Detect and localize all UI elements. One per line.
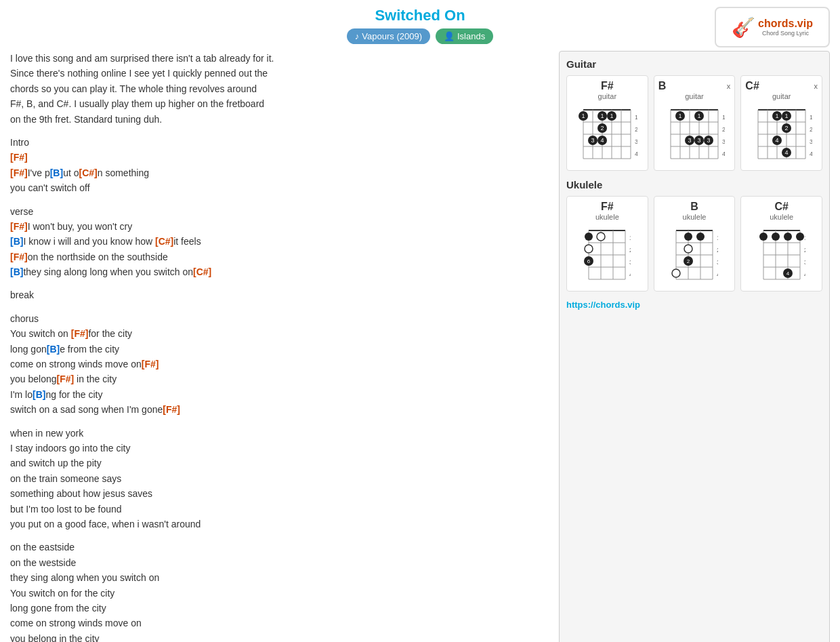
chord-b-v2[interactable]: [B]: [10, 236, 23, 247]
uke-csharp-type: ukulele: [745, 213, 818, 221]
svg-text:1: 1: [610, 113, 614, 119]
guitar-b-box: B x guitar 1fr 2fr: [654, 75, 736, 171]
uke-fsharp-diagram: 1fr 2fr 3fr 4fr 6: [583, 224, 631, 285]
svg-point-127: [759, 233, 768, 241]
uke-csharp-diagram: 1fr 2fr 3fr 4fr 4: [758, 224, 805, 285]
site-logo[interactable]: 🎸 chords.vip Chord Song Lyric: [715, 7, 830, 47]
svg-text:2: 2: [601, 125, 604, 132]
intro-desc-2: Since there's nothing online I see yet I…: [10, 66, 545, 81]
bridge-line-7: you belong in the city: [10, 631, 545, 642]
guitar-b-mute: x: [727, 82, 731, 90]
svg-point-110: [684, 245, 692, 253]
svg-text:1: 1: [582, 113, 585, 119]
svg-text:4fr: 4fr: [629, 271, 631, 278]
svg-text:3fr: 3fr: [635, 138, 637, 145]
chord-fsharp-c3[interactable]: [F#]: [142, 359, 159, 369]
guitar-csharp-mute: x: [814, 82, 818, 90]
section-intro-label: Intro: [10, 135, 545, 150]
svg-text:3fr: 3fr: [629, 259, 631, 266]
svg-point-91: [597, 233, 605, 241]
uke-b-box: B ukulele 1fr 2fr 3fr 4fr: [654, 196, 736, 292]
verse2-line-3: and switch up the pity: [10, 456, 545, 470]
svg-point-130: [796, 233, 804, 241]
verse2-line-2: I stay indoors go into the city: [10, 441, 545, 456]
chorus-line-3: come on strong winds move on[F#]: [10, 357, 545, 372]
album-tag[interactable]: ♪ Vapours (2009): [347, 28, 430, 44]
music-icon: ♪: [355, 31, 360, 41]
chorus-line-6: switch on a sad song when I'm gone[F#]: [10, 402, 545, 417]
svg-text:4: 4: [786, 270, 789, 277]
guitar-icon: 🎸: [732, 16, 755, 39]
verse-line-1: [F#]I won't buy, you won't cry: [10, 219, 545, 234]
chord-fsharp-v1[interactable]: [F#]: [10, 221, 28, 232]
verse2-line-4: on the train someone says: [10, 471, 545, 486]
svg-text:1: 1: [775, 113, 778, 119]
svg-point-109: [696, 233, 705, 241]
chord-csharp-v4[interactable]: [C#]: [193, 266, 211, 277]
chorus-line-5: I'm lo[B]ng for the city: [10, 387, 545, 402]
svg-text:2: 2: [687, 258, 690, 264]
verse2-line-7: you put on a good face, when i wasn't ar…: [10, 517, 545, 531]
tag-row: ♪ Vapours (2009) 👤 Islands: [10, 28, 830, 44]
chord-csharp-n[interactable]: [C#]: [79, 167, 98, 178]
svg-point-92: [585, 245, 593, 253]
bridge-line-6: come on strong winds move on: [10, 616, 545, 630]
section-verse-label: verse: [10, 204, 545, 219]
chord-panel-url[interactable]: https://chords.vip: [566, 300, 822, 310]
section-break-label: break: [10, 287, 545, 302]
verse2-line-6: but I'm too lost to be found: [10, 502, 545, 517]
uke-fsharp-type: ukulele: [571, 213, 644, 221]
chord-b-c2[interactable]: [B]: [47, 344, 60, 355]
guitar-fsharp-box: F# guitar 1fr: [566, 75, 648, 171]
ukulele-label: Ukulele: [566, 179, 822, 190]
svg-text:1: 1: [601, 113, 604, 119]
chord-fsharp-intro[interactable]: [F#]: [10, 152, 28, 163]
uke-fsharp-name: F#: [571, 201, 644, 213]
guitar-fsharp-name: F#: [571, 80, 644, 92]
uke-b-diagram: 1fr 2fr 3fr 4fr 2: [671, 224, 718, 285]
svg-text:2fr: 2fr: [717, 247, 718, 254]
svg-text:1: 1: [678, 113, 681, 119]
svg-point-128: [772, 233, 780, 241]
chord-fsharp-ive[interactable]: [F#]: [10, 167, 28, 178]
guitar-csharp-box: C# x guitar 1fr 2fr: [740, 75, 822, 171]
svg-text:3fr: 3fr: [804, 259, 805, 266]
logo-tagline: Chord Song Lyric: [758, 30, 813, 37]
svg-text:1fr: 1fr: [629, 235, 631, 241]
intro-desc-1: I love this song and am surprised there …: [10, 51, 545, 66]
chord-panel: Guitar F# guitar: [559, 51, 830, 642]
bridge-line-2: on the westside: [10, 555, 545, 570]
svg-text:3: 3: [688, 137, 691, 144]
svg-text:1fr: 1fr: [635, 114, 637, 121]
chorus-line-2: long gon[B]e from the city: [10, 342, 545, 357]
main-layout: I love this song and am surprised there …: [10, 51, 830, 642]
chord-fsharp-c4[interactable]: [F#]: [57, 374, 75, 384]
svg-text:4fr: 4fr: [635, 151, 637, 157]
chord-fsharp-v3[interactable]: [F#]: [10, 252, 28, 262]
chorus-line-1: You switch on [F#]for the city: [10, 326, 545, 341]
chord-fsharp-c6[interactable]: [F#]: [163, 404, 180, 415]
chord-csharp-v2[interactable]: [C#]: [155, 236, 173, 247]
verse2-line-5: something about how jesus saves: [10, 486, 545, 501]
guitar-fsharp-type: guitar: [571, 92, 644, 100]
lyrics-column: I love this song and am surprised there …: [10, 51, 545, 642]
verse2-line-1: when in new york: [10, 426, 545, 441]
svg-text:1: 1: [697, 113, 700, 119]
svg-point-129: [784, 233, 792, 241]
svg-text:1fr: 1fr: [804, 235, 805, 241]
svg-text:2fr: 2fr: [635, 126, 637, 133]
chord-b-c5[interactable]: [B]: [33, 389, 45, 400]
svg-text:1fr: 1fr: [810, 114, 812, 121]
intro-line-1: [F#]: [10, 150, 545, 165]
chord-fsharp-c1[interactable]: [F#]: [71, 328, 89, 339]
verse-line-2: [B]I know i will and you know how [C#]it…: [10, 234, 545, 249]
chord-b-ut[interactable]: [B]: [50, 167, 63, 178]
song-title: Switched On: [10, 7, 830, 24]
svg-text:4: 4: [601, 137, 604, 144]
svg-text:4fr: 4fr: [717, 271, 718, 278]
guitar-b-diagram: 1fr 2fr 3fr 4fr 1 1 3 3: [664, 103, 725, 164]
chord-b-v4[interactable]: [B]: [10, 266, 23, 277]
chorus-line-4: you belong[F#] in the city: [10, 372, 545, 386]
svg-text:3fr: 3fr: [722, 138, 725, 145]
artist-tag[interactable]: 👤 Islands: [436, 28, 493, 44]
